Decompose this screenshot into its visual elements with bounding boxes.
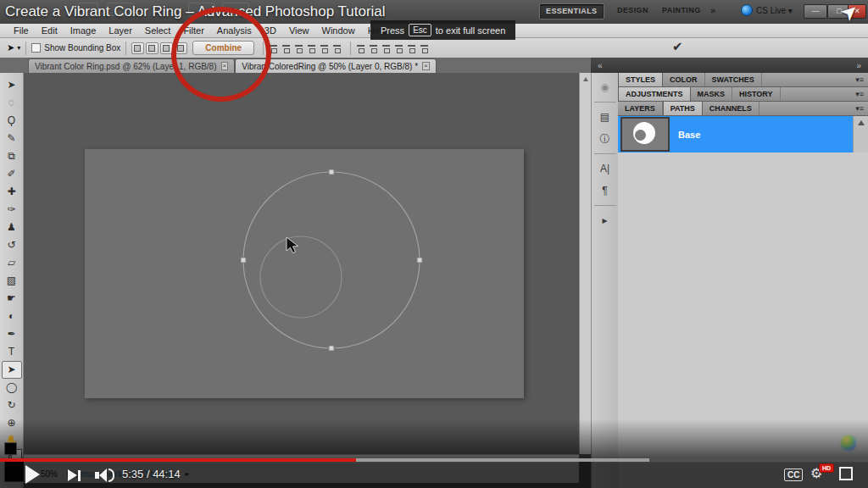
- marquee-tool[interactable]: ◌: [3, 94, 21, 112]
- subtract-shape-area-icon[interactable]: [146, 42, 159, 54]
- path-select-tool-icon: ➤: [7, 42, 14, 53]
- menu-window[interactable]: Window: [322, 25, 355, 36]
- character-panel-icon[interactable]: A|: [596, 159, 615, 178]
- menu-edit[interactable]: Edit: [42, 25, 58, 36]
- tab-paths[interactable]: PATHS: [663, 102, 703, 115]
- crop-tool[interactable]: ⧉: [3, 147, 21, 165]
- shape-tool[interactable]: ◯: [3, 379, 21, 396]
- eraser-tool[interactable]: ▱: [3, 254, 21, 272]
- path-selection-tool[interactable]: ➤: [2, 361, 22, 379]
- align-horizontal-centers-icon[interactable]: [320, 43, 330, 53]
- distribute-horizontal-icon[interactable]: [407, 43, 417, 53]
- show-bounding-box-checkbox[interactable]: [31, 43, 41, 53]
- fullscreen-corner: [846, 474, 853, 480]
- divider: [594, 102, 616, 103]
- tab-swatches[interactable]: SWATCHES: [705, 73, 762, 86]
- mouse-cursor: [287, 237, 298, 253]
- tab-layers[interactable]: LAYERS: [618, 102, 663, 115]
- path-artwork: [85, 149, 524, 398]
- ring-hole: [635, 130, 646, 141]
- esc-key: Esc: [409, 24, 431, 36]
- tab-masks[interactable]: MASKS: [691, 87, 733, 101]
- eyedropper-tool[interactable]: ✐: [3, 165, 21, 183]
- fullscreen-corner: [839, 467, 846, 474]
- paragraph-panel-icon[interactable]: ¶: [596, 181, 615, 200]
- next-button[interactable]: [68, 469, 81, 481]
- tab-styles[interactable]: STYLES: [618, 73, 663, 86]
- type-tool[interactable]: T: [3, 343, 21, 361]
- next-icon-bar: [78, 470, 81, 481]
- align-left-icon[interactable]: [307, 43, 317, 53]
- vertical-scrollbar[interactable]: [579, 73, 591, 454]
- menu-view[interactable]: View: [289, 25, 309, 36]
- tab-color[interactable]: COLOR: [663, 73, 705, 86]
- quick-selection-tool[interactable]: ✎: [3, 130, 21, 147]
- lasso-tool[interactable]: Ϙ: [3, 112, 21, 130]
- gradient-tool[interactable]: ▧: [3, 272, 21, 290]
- navigator-panel-icon[interactable]: ▤: [596, 108, 615, 126]
- mini-bridge-icon[interactable]: ◉: [596, 78, 615, 97]
- pen-tool[interactable]: ✒: [3, 325, 21, 343]
- tab-channels[interactable]: CHANNELS: [703, 102, 760, 115]
- next-icon: [68, 469, 77, 481]
- panel-menu-icon[interactable]: ▾≡: [851, 73, 868, 86]
- actions-panel-icon[interactable]: ▸: [596, 211, 615, 230]
- history-brush-tool[interactable]: ↺: [3, 236, 21, 254]
- options-bar: ➤ ▾ Show Bounding Box Combine: [0, 38, 868, 58]
- video-progress-bar[interactable]: [0, 458, 868, 462]
- distribute-vertical-icon[interactable]: [369, 43, 379, 53]
- canvas[interactable]: [85, 149, 524, 398]
- divider: [594, 153, 616, 154]
- menu-image[interactable]: Image: [70, 25, 97, 36]
- anchor-point: [329, 346, 334, 351]
- tooltip-text: to exit full screen: [436, 25, 506, 36]
- current-tool-chip[interactable]: ➤ ▾: [7, 42, 20, 53]
- add-shape-area-icon[interactable]: [131, 42, 144, 54]
- anchor-point: [241, 258, 246, 263]
- tab-adjustments[interactable]: ADJUSTMENTS: [618, 87, 691, 101]
- cs-live-button[interactable]: CS Live ▾: [741, 4, 793, 16]
- align-right-icon[interactable]: [332, 43, 342, 53]
- tab-close-icon[interactable]: ×: [422, 62, 430, 70]
- workspace-painting[interactable]: PAINTING: [657, 3, 706, 18]
- 3d-rotate-tool[interactable]: ↻: [3, 396, 21, 414]
- distribute-bottom-icon[interactable]: [381, 43, 392, 53]
- minimize-button[interactable]: —: [804, 4, 827, 19]
- dodge-tool[interactable]: ◐: [3, 308, 21, 325]
- fullscreen-tooltip: Press Esc to exit full screen: [370, 20, 515, 40]
- collapse-dock-icon[interactable]: «: [598, 61, 603, 70]
- workspace-design[interactable]: DESIGN: [612, 3, 654, 18]
- exit-fullscreen-button[interactable]: [839, 467, 853, 480]
- panel-group-styles: STYLES COLOR SWATCHES ▾≡: [618, 73, 868, 87]
- commit-check-icon[interactable]: ✔: [672, 39, 683, 54]
- tab-history[interactable]: HISTORY: [732, 87, 781, 101]
- fullscreen-corner: [846, 467, 853, 474]
- workspace-essentials[interactable]: ESSENTIALS: [539, 3, 604, 19]
- panel-menu-icon[interactable]: ▾≡: [851, 102, 868, 115]
- smudge-tool[interactable]: ☛: [3, 290, 21, 308]
- distribute-left-icon[interactable]: [394, 43, 404, 53]
- healing-brush-tool[interactable]: ✚: [3, 183, 21, 201]
- info-panel-icon[interactable]: ⓘ: [596, 130, 615, 148]
- align-vertical-centers-icon[interactable]: [281, 43, 292, 53]
- expand-dock-icon[interactable]: »: [856, 61, 861, 70]
- cs-live-icon: [741, 4, 753, 16]
- paths-scrollbar[interactable]: [853, 116, 868, 152]
- menu-file[interactable]: File: [14, 25, 29, 36]
- workspace-more-chevron[interactable]: »: [710, 3, 716, 18]
- clone-stamp-tool[interactable]: ♟: [3, 219, 21, 236]
- distribute-top-icon[interactable]: [356, 43, 366, 53]
- play-button[interactable]: [25, 465, 40, 484]
- align-bottom-icon[interactable]: [294, 43, 304, 53]
- menu-select[interactable]: Select: [145, 25, 171, 36]
- sound-wave-icon: [108, 469, 114, 482]
- brush-tool[interactable]: ✑: [3, 201, 21, 219]
- volume-button[interactable]: [95, 469, 114, 482]
- path-item-base[interactable]: Base: [618, 116, 853, 152]
- menu-layer[interactable]: Layer: [108, 25, 132, 36]
- panel-group-adjustments: ADJUSTMENTS MASKS HISTORY ▾≡: [618, 87, 868, 102]
- captions-button[interactable]: CC: [784, 469, 803, 481]
- distribute-right-icon[interactable]: [420, 43, 430, 53]
- panel-menu-icon[interactable]: ▾≡: [851, 87, 868, 101]
- move-tool[interactable]: ➤: [3, 76, 21, 94]
